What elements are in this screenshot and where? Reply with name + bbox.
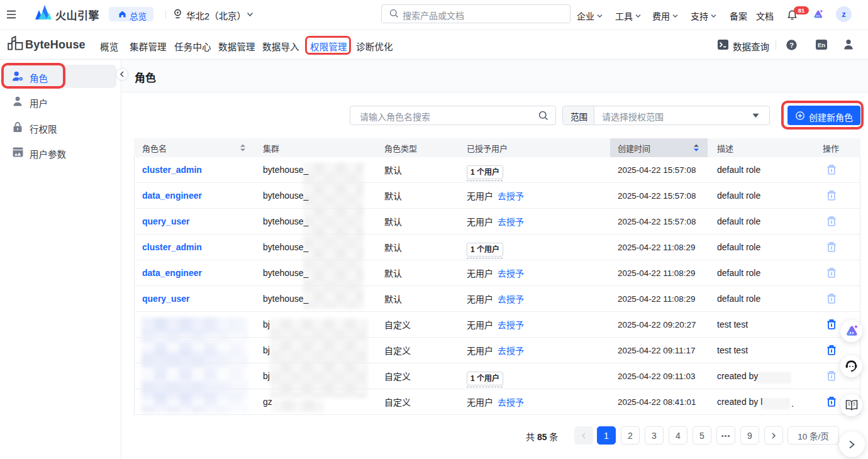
svg-text:En: En (818, 41, 825, 48)
svg-text:?: ? (789, 41, 794, 49)
